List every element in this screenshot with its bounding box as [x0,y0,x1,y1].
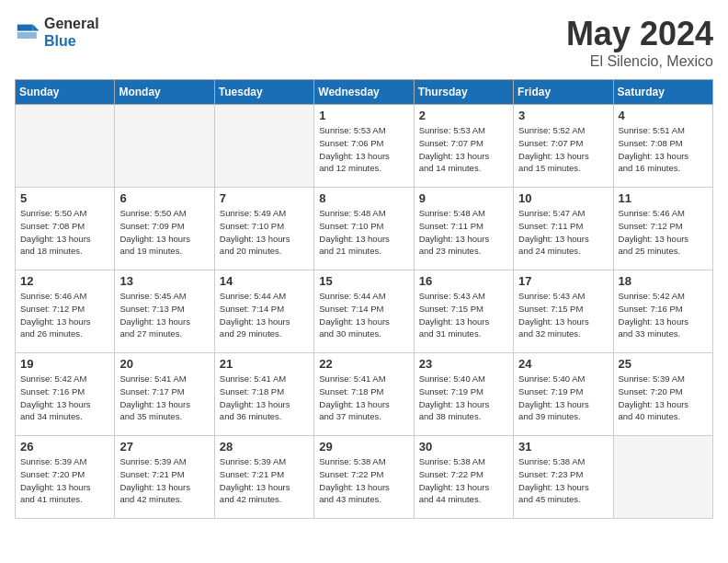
day-number: 17 [518,274,608,288]
day-info: Sunrise: 5:41 AM Sunset: 7:18 PM Dayligh… [220,373,309,423]
day-info: Sunrise: 5:39 AM Sunset: 7:20 PM Dayligh… [20,455,109,506]
day-info: Sunrise: 5:39 AM Sunset: 7:21 PM Dayligh… [220,455,309,506]
day-info: Sunrise: 5:46 AM Sunset: 7:12 PM Dayligh… [20,290,109,340]
day-info: Sunrise: 5:52 AM Sunset: 7:07 PM Dayligh… [518,124,608,175]
day-info: Sunrise: 5:43 AM Sunset: 7:15 PM Dayligh… [518,290,608,340]
calendar-table: SundayMondayTuesdayWednesdayThursdayFrid… [15,79,713,519]
day-number: 3 [518,109,608,122]
day-number: 6 [119,191,209,205]
calendar-cell: 2Sunrise: 5:53 AM Sunset: 7:07 PM Daylig… [414,105,513,188]
calendar-cell: 25Sunrise: 5:39 AM Sunset: 7:20 PM Dayli… [613,353,712,436]
weekday-header-row: SundayMondayTuesdayWednesdayThursdayFrid… [16,80,713,105]
svg-rect-3 [17,32,37,39]
day-info: Sunrise: 5:53 AM Sunset: 7:06 PM Dayligh… [319,124,408,175]
calendar-cell [214,105,313,188]
calendar-cell: 4Sunrise: 5:51 AM Sunset: 7:08 PM Daylig… [613,105,712,188]
day-number: 19 [20,357,109,371]
calendar-cell: 19Sunrise: 5:42 AM Sunset: 7:16 PM Dayli… [16,353,115,436]
calendar-cell: 15Sunrise: 5:44 AM Sunset: 7:14 PM Dayli… [314,270,414,353]
logo: General Blue [15,15,99,50]
day-info: Sunrise: 5:48 AM Sunset: 7:11 PM Dayligh… [419,207,508,258]
day-number: 9 [419,191,508,205]
weekday-header: Tuesday [214,80,313,105]
location-title: El Silencio, Mexico [566,53,713,70]
day-info: Sunrise: 5:53 AM Sunset: 7:07 PM Dayligh… [419,124,508,175]
month-title: May 2024 [566,15,713,53]
day-number: 8 [319,191,408,205]
calendar-cell: 17Sunrise: 5:43 AM Sunset: 7:15 PM Dayli… [514,270,613,353]
calendar-week-row: 19Sunrise: 5:42 AM Sunset: 7:16 PM Dayli… [16,353,713,436]
day-number: 1 [319,109,408,122]
weekday-header: Friday [514,80,613,105]
day-info: Sunrise: 5:39 AM Sunset: 7:21 PM Dayligh… [119,455,209,506]
title-block: May 2024 El Silencio, Mexico [566,15,713,70]
day-number: 2 [419,109,508,122]
day-number: 27 [119,440,209,454]
day-number: 20 [119,357,209,371]
calendar-cell: 10Sunrise: 5:47 AM Sunset: 7:11 PM Dayli… [514,188,613,270]
calendar-cell [16,105,115,188]
day-info: Sunrise: 5:44 AM Sunset: 7:14 PM Dayligh… [319,290,408,340]
day-number: 21 [220,357,309,371]
calendar-cell: 27Sunrise: 5:39 AM Sunset: 7:21 PM Dayli… [115,436,214,519]
calendar-cell: 20Sunrise: 5:41 AM Sunset: 7:17 PM Dayli… [115,353,214,436]
calendar-cell: 8Sunrise: 5:48 AM Sunset: 7:10 PM Daylig… [314,188,414,270]
calendar-cell: 30Sunrise: 5:38 AM Sunset: 7:22 PM Dayli… [414,436,513,519]
calendar-cell: 9Sunrise: 5:48 AM Sunset: 7:11 PM Daylig… [414,188,513,270]
day-number: 11 [619,191,708,205]
calendar-cell: 13Sunrise: 5:45 AM Sunset: 7:13 PM Dayli… [115,270,214,353]
calendar-cell: 23Sunrise: 5:40 AM Sunset: 7:19 PM Dayli… [414,353,513,436]
calendar-cell: 1Sunrise: 5:53 AM Sunset: 7:06 PM Daylig… [314,105,414,188]
day-number: 13 [119,274,209,288]
day-info: Sunrise: 5:41 AM Sunset: 7:17 PM Dayligh… [119,373,209,423]
day-number: 24 [518,357,608,371]
weekday-header: Saturday [613,80,712,105]
day-number: 10 [518,191,608,205]
logo-text: General Blue [44,15,99,50]
day-number: 29 [319,440,408,454]
calendar-cell: 7Sunrise: 5:49 AM Sunset: 7:10 PM Daylig… [214,188,313,270]
weekday-header: Sunday [16,80,115,105]
svg-rect-2 [17,25,33,31]
calendar-cell [115,105,214,188]
day-info: Sunrise: 5:51 AM Sunset: 7:08 PM Dayligh… [619,124,708,175]
day-info: Sunrise: 5:50 AM Sunset: 7:09 PM Dayligh… [119,207,209,258]
day-info: Sunrise: 5:38 AM Sunset: 7:23 PM Dayligh… [518,455,608,506]
day-info: Sunrise: 5:39 AM Sunset: 7:20 PM Dayligh… [619,373,708,423]
calendar-cell [613,436,712,519]
day-info: Sunrise: 5:47 AM Sunset: 7:11 PM Dayligh… [518,207,608,258]
calendar-cell: 31Sunrise: 5:38 AM Sunset: 7:23 PM Dayli… [514,436,613,519]
day-info: Sunrise: 5:46 AM Sunset: 7:12 PM Dayligh… [619,207,708,258]
day-number: 5 [20,191,109,205]
day-number: 15 [319,274,408,288]
calendar-cell: 21Sunrise: 5:41 AM Sunset: 7:18 PM Dayli… [214,353,313,436]
day-info: Sunrise: 5:40 AM Sunset: 7:19 PM Dayligh… [518,373,608,423]
day-info: Sunrise: 5:42 AM Sunset: 7:16 PM Dayligh… [619,290,708,340]
logo-icon [15,19,40,45]
day-info: Sunrise: 5:40 AM Sunset: 7:19 PM Dayligh… [419,373,508,423]
day-number: 31 [518,440,608,454]
calendar-cell: 18Sunrise: 5:42 AM Sunset: 7:16 PM Dayli… [613,270,712,353]
day-info: Sunrise: 5:38 AM Sunset: 7:22 PM Dayligh… [419,455,508,506]
calendar-cell: 14Sunrise: 5:44 AM Sunset: 7:14 PM Dayli… [214,270,313,353]
calendar-week-row: 26Sunrise: 5:39 AM Sunset: 7:20 PM Dayli… [16,436,713,519]
calendar-cell: 26Sunrise: 5:39 AM Sunset: 7:20 PM Dayli… [16,436,115,519]
day-info: Sunrise: 5:42 AM Sunset: 7:16 PM Dayligh… [20,373,109,423]
calendar-cell: 22Sunrise: 5:41 AM Sunset: 7:18 PM Dayli… [314,353,414,436]
weekday-header: Monday [115,80,214,105]
page-header: General Blue May 2024 El Silencio, Mexic… [15,15,713,70]
calendar-cell: 12Sunrise: 5:46 AM Sunset: 7:12 PM Dayli… [16,270,115,353]
day-info: Sunrise: 5:45 AM Sunset: 7:13 PM Dayligh… [119,290,209,340]
day-number: 14 [220,274,309,288]
calendar-cell: 16Sunrise: 5:43 AM Sunset: 7:15 PM Dayli… [414,270,513,353]
calendar-week-row: 12Sunrise: 5:46 AM Sunset: 7:12 PM Dayli… [16,270,713,353]
day-number: 18 [619,274,708,288]
day-number: 16 [419,274,508,288]
day-info: Sunrise: 5:38 AM Sunset: 7:22 PM Dayligh… [319,455,408,506]
logo-general: General [44,15,99,32]
calendar-cell: 24Sunrise: 5:40 AM Sunset: 7:19 PM Dayli… [514,353,613,436]
day-number: 4 [619,109,708,122]
weekday-header: Wednesday [314,80,414,105]
calendar-week-row: 1Sunrise: 5:53 AM Sunset: 7:06 PM Daylig… [16,105,713,188]
day-info: Sunrise: 5:48 AM Sunset: 7:10 PM Dayligh… [319,207,408,258]
